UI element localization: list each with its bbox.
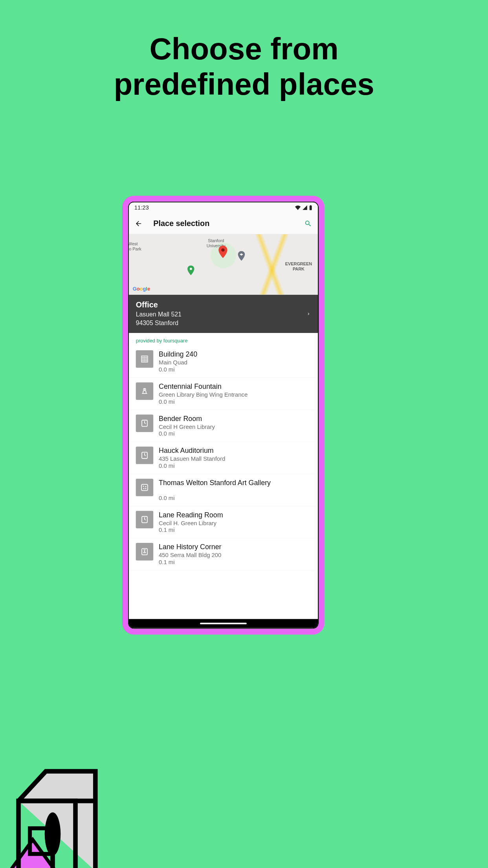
place-subtitle: Cecil H Green Library [159, 423, 215, 430]
map-marker-uni [238, 251, 245, 261]
google-logo: Google [133, 286, 150, 292]
chevron-right-icon [306, 310, 311, 318]
hero-line2: predefined places [114, 67, 374, 101]
place-row[interactable]: Thomas Welton Stanford Art Gallery 0.0 m… [129, 474, 318, 506]
place-distance: 0.0 mi [159, 366, 197, 373]
svg-point-14 [143, 486, 144, 487]
place-category-icon [136, 479, 154, 497]
appbar-title: Place selection [153, 219, 303, 228]
search-button[interactable] [303, 219, 313, 229]
place-name: Centennial Fountain [159, 383, 248, 391]
place-subtitle: Green Library Bing Wing Entrance [159, 392, 248, 398]
signal-icon [302, 205, 307, 210]
current-place-title: Office [136, 300, 182, 309]
place-category-icon [136, 383, 154, 400]
svg-rect-13 [141, 484, 148, 491]
navbar-handle[interactable] [200, 623, 247, 624]
place-row[interactable]: Lane History Corner450 Serra Mall Bldg 2… [129, 538, 318, 570]
map-preview[interactable]: West lo Park Stanford University EVERGRE… [129, 234, 318, 294]
battery-icon [309, 205, 312, 210]
place-distance: 0.0 mi [159, 430, 215, 437]
place-distance: 0.0 mi [159, 495, 271, 502]
place-category-icon [136, 543, 154, 561]
place-subtitle: Main Quad [159, 359, 197, 366]
place-row[interactable]: Hauck Auditorium435 Lasuen Mall Stanford… [129, 442, 318, 474]
place-name: Hauck Auditorium [159, 447, 225, 455]
svg-point-26 [45, 812, 61, 855]
svg-rect-0 [310, 206, 312, 210]
phone-frame: 11:23 Place selection West lo Park Stanf… [122, 196, 325, 634]
place-distance: 0.0 mi [159, 398, 248, 405]
svg-point-17 [145, 488, 146, 489]
svg-rect-1 [310, 205, 311, 206]
search-icon [304, 220, 312, 228]
place-name: Lane History Corner [159, 543, 221, 551]
place-subtitle: 435 Lasuen Mall Stanford [159, 456, 225, 462]
wifi-icon [295, 205, 301, 210]
current-place-address2: 94305 Stanford [136, 319, 182, 327]
svg-point-3 [190, 268, 192, 270]
provider-label: provided by foursquare [129, 333, 318, 346]
status-icons [295, 205, 313, 210]
svg-point-15 [145, 486, 146, 487]
place-category-icon [136, 447, 154, 464]
place-distance: 0.0 mi [159, 463, 225, 469]
places-list[interactable]: Building 240Main Quad0.0 miCentennial Fo… [129, 346, 318, 570]
hero-line1: Choose from [149, 31, 338, 66]
place-category-icon [136, 511, 154, 529]
svg-point-2 [221, 248, 224, 252]
arrow-left-icon [135, 220, 143, 228]
status-time: 11:23 [134, 204, 149, 211]
place-category-icon [136, 415, 154, 432]
status-bar: 11:23 [129, 202, 318, 213]
current-place-card[interactable]: Office Lasuen Mall 521 94305 Stanford [129, 294, 318, 333]
app-bar: Place selection [129, 213, 318, 234]
place-subtitle: Cecil H. Green Library [159, 520, 223, 526]
back-button[interactable] [134, 219, 144, 229]
place-row[interactable]: Lane Reading RoomCecil H. Green Library0… [129, 506, 318, 539]
place-subtitle: 450 Serra Mall Bldg 200 [159, 552, 221, 559]
hero-title: Choose from predefined places [0, 31, 488, 102]
place-name: Lane Reading Room [159, 511, 223, 519]
place-name: Building 240 [159, 350, 197, 359]
map-marker-green [187, 265, 194, 275]
house-illustration [7, 760, 121, 868]
android-navbar [129, 619, 318, 628]
place-distance: 0.1 mi [159, 559, 221, 566]
place-row[interactable]: Bender RoomCecil H Green Library0.0 mi [129, 410, 318, 442]
map-label-evergreen: EVERGREEN PARK [285, 261, 312, 272]
place-category-icon [136, 350, 154, 368]
place-name: Bender Room [159, 415, 215, 423]
place-distance: 0.1 mi [159, 527, 223, 533]
svg-point-16 [143, 488, 144, 489]
place-subtitle [159, 488, 271, 495]
place-row[interactable]: Centennial FountainGreen Library Bing Wi… [129, 378, 318, 410]
place-name: Thomas Welton Stanford Art Gallery [159, 479, 271, 487]
place-row[interactable]: Building 240Main Quad0.0 mi [129, 346, 318, 378]
current-place-address1: Lasuen Mall 521 [136, 311, 182, 319]
map-pin-main [218, 246, 228, 258]
map-label-menlo: West lo Park [129, 241, 141, 252]
